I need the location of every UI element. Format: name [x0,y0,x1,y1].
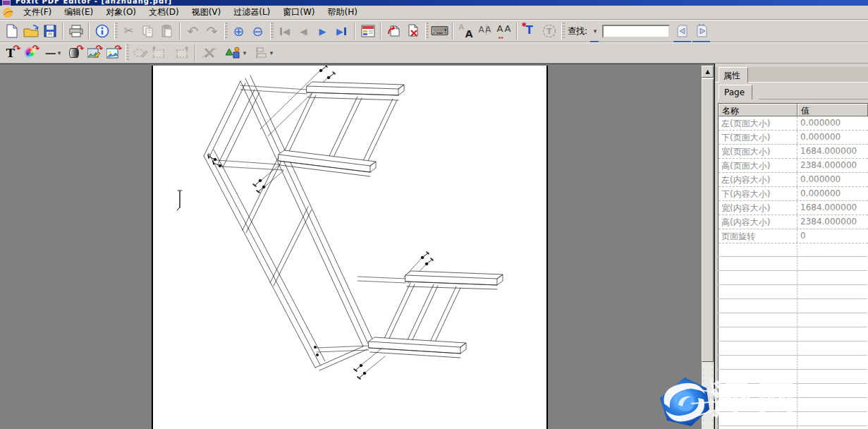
print-button[interactable] [66,22,85,40]
panel-tab-strip: 属性 [715,67,868,83]
scrollbar-thumb[interactable] [702,78,714,362]
virtual-keyboard-button[interactable]: ⌨ [430,22,449,40]
property-value[interactable]: 1684.000000 [797,145,868,158]
property-row: 下(内容大小)0.000000 [719,187,868,201]
property-value[interactable]: 2384.000000 [797,215,868,229]
redo-button[interactable]: ↷ [202,22,221,40]
first-page-button[interactable]: ◀ [275,22,294,40]
delete-object-button[interactable] [199,44,221,62]
pdf-page-canvas[interactable] [152,66,548,429]
font-map-button[interactable]: AA [456,22,475,40]
property-value[interactable]: 0.000000 [797,187,868,200]
info-button[interactable] [92,22,111,40]
ladder-installation-drawing [153,66,546,429]
column-header-name[interactable]: 名称 [719,104,797,116]
add-shading-button[interactable]: ↷ [21,44,40,62]
open-file-button[interactable] [21,22,40,40]
find-previous-button[interactable] [673,22,692,40]
zoom-out-button[interactable]: ⊖ [248,22,267,40]
property-value[interactable]: 0.000000 [797,116,868,130]
menu-file[interactable]: 文件(F) [17,5,58,20]
last-page-button[interactable]: ▶ [332,22,351,40]
clone-tool-button[interactable] [130,44,149,62]
column-header-value[interactable]: 值 [797,104,868,116]
property-row: 左(内容大小)0.000000 [719,173,868,187]
app-icon [2,0,11,6]
tab-page[interactable]: Page [719,85,752,99]
char-spacing-icon: AA↔ [497,24,511,38]
add-gradient-button[interactable]: ↷ [66,44,85,62]
tab-strip-line [759,99,868,99]
add-image-icon: ↷ [106,46,121,60]
next-page-icon: ▶ [319,27,326,36]
next-page-button[interactable]: ▶ [313,22,332,40]
menu-edit[interactable]: 编辑(E) [58,5,99,20]
menu-window[interactable]: 窗口(W) [276,5,321,20]
undo-button[interactable]: ↶ [183,22,202,40]
insert-text-button[interactable]: T✱ [520,22,539,40]
text-tool-disabled-button[interactable]: T [539,22,558,40]
insert-text-icon: T✱ [523,24,537,38]
copy-button[interactable] [138,22,157,40]
property-name: 左(内容大小) [719,173,797,186]
toolbar-objects: T↷ ↷ — ▾ ↷ ↷ ↷ [0,42,868,64]
property-name: 宽(页面大小) [719,145,797,158]
property-value[interactable]: 2384.000000 [797,159,868,172]
menu-object[interactable]: 对象(O) [99,5,142,20]
add-text-icon: T↷ [5,46,19,60]
delete-page-button[interactable] [403,22,422,40]
previous-page-button[interactable]: ◀ [294,22,313,40]
property-row: 宽(内容大小)1684.000000 [719,201,868,215]
properties-title: 属性 [723,71,740,80]
menu-bar: 文件(F) 编辑(E) 对象(O) 文档(D) 视图(V) 过滤器(L) 窗口(… [0,6,868,20]
cut-button[interactable]: ✂ [119,22,138,40]
first-page-icon: ◀ [283,27,290,36]
property-value[interactable]: 0.000000 [797,131,868,144]
align-objects-button[interactable]: ▾ [250,44,278,62]
redo-icon: ↷ [207,25,218,38]
property-name: 宽(内容大小) [719,201,797,214]
menu-help[interactable]: 帮助(H) [322,5,364,20]
page-tab-label: Page [724,87,745,97]
char-spacing-button[interactable]: AA↔ [494,22,513,40]
find-group: 查找: ▾ [566,22,711,40]
properties-panel-title-tab[interactable]: 属性 [719,67,748,83]
properties-panel: 属性 Page 名称 值 左(页面大小)0.000000 下(页面大小)0.00… [715,64,868,429]
toolbar-standard: ✂ ↶ ↷ ⊕ ⊖ ◀ ◀ ▶ ▶ ⌨ AA [0,20,868,42]
menu-document[interactable]: 文档(D) [142,5,185,20]
scroll-up-button[interactable]: ▲ [702,66,714,78]
insert-shapes-button[interactable]: ▾ [221,44,250,62]
save-button[interactable] [40,22,59,40]
transform-rotate-right-button[interactable] [171,44,192,62]
property-name: 高(页面大小) [719,159,797,172]
add-text-object-button[interactable]: T↷ [2,44,21,62]
scissors-icon: ✂ [124,25,133,37]
transform-rotate-left-button[interactable] [149,44,171,62]
property-name: 下(页面大小) [719,131,797,144]
property-value[interactable]: 0.000000 [797,173,868,186]
zoom-in-icon: ⊕ [233,25,245,38]
edit-image-button[interactable]: ↷ [85,44,104,62]
font-size-icon: AA [478,24,492,38]
caret-down-icon: ▾ [270,49,274,56]
menu-filter[interactable]: 过滤器(L) [227,5,276,20]
find-input[interactable] [602,25,670,38]
page-display-button[interactable] [358,22,377,40]
zoom-in-button[interactable]: ⊕ [229,22,248,40]
line-tool-button[interactable]: — ▾ [40,44,66,62]
find-options-dropdown[interactable]: ▾ [589,22,599,40]
menu-view[interactable]: 视图(V) [185,5,228,20]
arrow-up-icon: ▲ [705,68,709,75]
property-value[interactable]: 0 [797,229,868,243]
foxit-logo-icon [2,7,15,18]
keyboard-icon: ⌨ [431,25,449,37]
paste-button[interactable] [157,22,176,40]
find-next-button[interactable] [692,22,711,40]
add-image-button[interactable]: ↷ [104,44,123,62]
property-row: 宽(页面大小)1684.000000 [719,145,868,159]
property-value[interactable]: 1684.000000 [797,201,868,214]
new-document-button[interactable] [2,22,21,40]
vertical-scrollbar[interactable]: ▲ [702,66,714,429]
import-page-button[interactable] [384,22,403,40]
font-size-button[interactable]: AA [475,22,494,40]
